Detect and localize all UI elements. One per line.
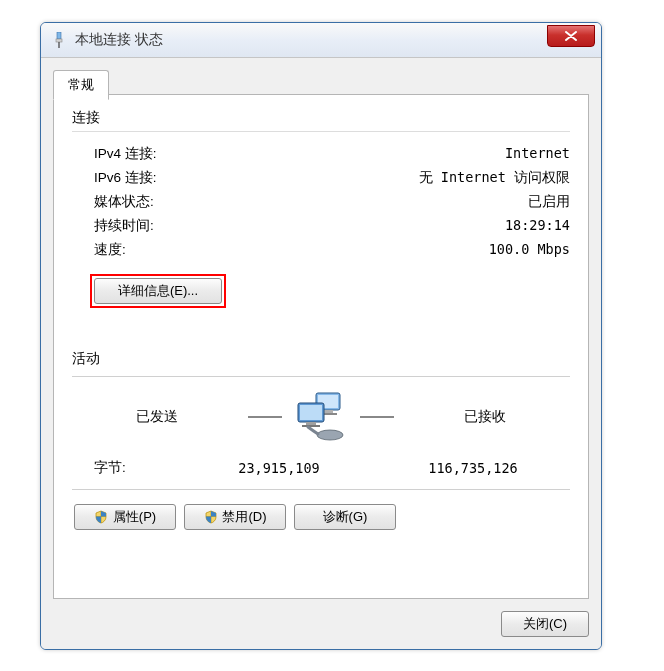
activity-diagram: 已发送 bbox=[72, 383, 570, 449]
network-icon bbox=[51, 32, 67, 48]
duration-label: 持续时间: bbox=[72, 217, 154, 235]
connection-status-window: 本地连接 状态 常规 连接 IPv4 连接: Internet IPv6 连接:… bbox=[40, 22, 602, 650]
received-label: 已接收 bbox=[400, 408, 570, 426]
ipv4-label: IPv4 连接: bbox=[72, 145, 157, 163]
speed-label: 速度: bbox=[72, 241, 126, 259]
row-media: 媒体状态: 已启用 bbox=[72, 190, 570, 214]
row-ipv4: IPv4 连接: Internet bbox=[72, 142, 570, 166]
highlight-annotation: 详细信息(E)... bbox=[90, 274, 226, 308]
properties-button[interactable]: 属性(P) bbox=[74, 504, 176, 530]
close-button[interactable]: 关闭(C) bbox=[501, 611, 589, 637]
ipv4-value: Internet bbox=[505, 145, 570, 163]
divider bbox=[72, 131, 570, 132]
svg-point-11 bbox=[317, 430, 343, 440]
svg-rect-9 bbox=[306, 422, 316, 425]
media-value: 已启用 bbox=[528, 193, 570, 211]
divider bbox=[72, 489, 570, 490]
titlebar[interactable]: 本地连接 状态 bbox=[41, 23, 601, 58]
footer: 关闭(C) bbox=[53, 599, 589, 637]
button-row: 属性(P) 禁用(D) 诊断(G) bbox=[72, 504, 570, 530]
bytes-label: 字节: bbox=[72, 459, 182, 477]
ipv6-value: 无 Internet 访问权限 bbox=[419, 169, 570, 187]
activity-line-left bbox=[248, 416, 282, 418]
activity-line-right bbox=[360, 416, 394, 418]
close-window-button[interactable] bbox=[547, 25, 595, 47]
shield-icon bbox=[203, 510, 218, 525]
close-icon bbox=[565, 31, 577, 41]
sent-label: 已发送 bbox=[72, 408, 242, 426]
duration-value: 18:29:14 bbox=[505, 217, 570, 235]
diagnose-button[interactable]: 诊断(G) bbox=[294, 504, 396, 530]
speed-value: 100.0 Mbps bbox=[489, 241, 570, 259]
bytes-sent-value: 23,915,109 bbox=[182, 460, 376, 476]
svg-rect-10 bbox=[302, 425, 320, 427]
disable-button[interactable]: 禁用(D) bbox=[184, 504, 286, 530]
ipv6-label: IPv6 连接: bbox=[72, 169, 157, 187]
svg-rect-0 bbox=[57, 32, 61, 39]
svg-rect-8 bbox=[300, 405, 322, 420]
connection-section-title: 连接 bbox=[72, 109, 570, 127]
shield-icon bbox=[94, 510, 109, 525]
row-duration: 持续时间: 18:29:14 bbox=[72, 214, 570, 238]
row-ipv6: IPv6 连接: 无 Internet 访问权限 bbox=[72, 166, 570, 190]
client-area: 常规 连接 IPv4 连接: Internet IPv6 连接: 无 Inter… bbox=[41, 58, 601, 649]
bytes-received-value: 116,735,126 bbox=[376, 460, 570, 476]
details-button[interactable]: 详细信息(E)... bbox=[94, 278, 222, 304]
tab-general[interactable]: 常规 bbox=[53, 70, 109, 100]
computers-icon bbox=[288, 389, 354, 445]
disable-label: 禁用(D) bbox=[222, 508, 266, 526]
window-title: 本地连接 状态 bbox=[75, 31, 163, 49]
tab-panel: 常规 连接 IPv4 连接: Internet IPv6 连接: 无 Inter… bbox=[53, 94, 589, 599]
bytes-row: 字节: 23,915,109 116,735,126 bbox=[72, 449, 570, 485]
properties-label: 属性(P) bbox=[113, 508, 156, 526]
media-label: 媒体状态: bbox=[72, 193, 154, 211]
activity-section-title: 活动 bbox=[72, 350, 570, 368]
divider bbox=[72, 376, 570, 377]
row-speed: 速度: 100.0 Mbps bbox=[72, 238, 570, 262]
svg-rect-1 bbox=[56, 39, 62, 42]
